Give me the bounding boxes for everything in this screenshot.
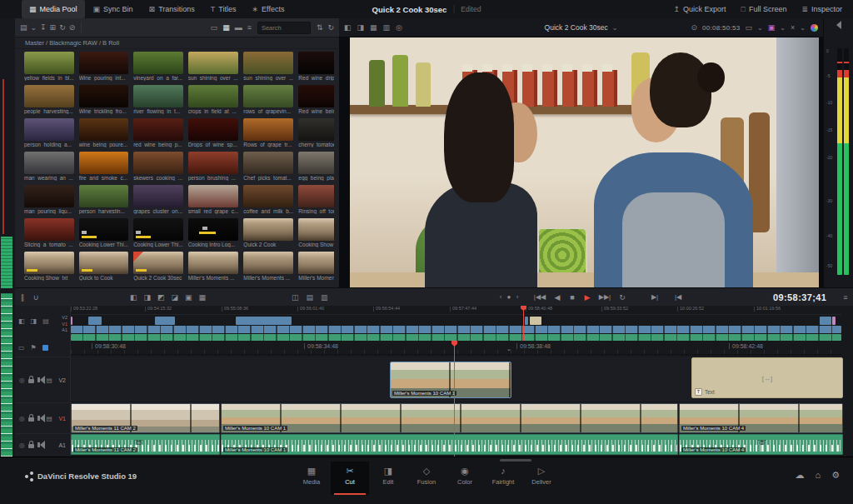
media-clip-thumbnail[interactable] bbox=[298, 185, 334, 207]
viewer-mode-icon[interactable]: ◧ bbox=[344, 23, 352, 32]
toolbar-icon[interactable]: ↧ bbox=[40, 24, 47, 32]
media-clip[interactable]: wine_being_poure... bbox=[79, 118, 129, 147]
media-clip-thumbnail[interactable] bbox=[133, 52, 183, 74]
media-clip[interactable]: grapes_cluster_on... bbox=[133, 185, 183, 214]
track-header-v1[interactable]: ◎ ▤ V1 bbox=[15, 402, 70, 433]
toolbar-icon[interactable]: ↻ bbox=[327, 24, 334, 32]
media-clip[interactable]: fire_and_smoke_c... bbox=[79, 152, 129, 181]
smooth-cut-marker[interactable]: [↔] bbox=[134, 440, 143, 445]
media-clip-thumbnail[interactable] bbox=[298, 118, 334, 141]
media-clip-thumbnail[interactable] bbox=[79, 185, 129, 207]
timeline-clip-v1[interactable]: Miller's Moments 10 CAM 4 bbox=[679, 403, 843, 433]
zoom-option-icon[interactable]: ◫ bbox=[292, 288, 299, 307]
media-clip-thumbnail[interactable] bbox=[24, 218, 74, 241]
timeline-title-clip[interactable]: [↔] T Text bbox=[691, 357, 843, 398]
media-clip-thumbnail[interactable] bbox=[24, 185, 74, 207]
media-clip-thumbnail[interactable] bbox=[188, 252, 239, 274]
lock-icon[interactable] bbox=[28, 444, 34, 448]
timeline-audio-clip[interactable]: Miller's Moments 10 CAM 1 bbox=[221, 434, 678, 455]
color-wheel-icon[interactable] bbox=[811, 24, 818, 32]
media-clip[interactable]: sun_shining_over_... bbox=[243, 52, 293, 81]
monitor-icon[interactable]: ▭ bbox=[18, 344, 25, 352]
media-clip[interactable]: person_holding_a... bbox=[24, 118, 74, 147]
action-tab[interactable]: □ Full Screen bbox=[733, 0, 794, 18]
media-clip[interactable]: Rows_of_grape_tr... bbox=[243, 118, 293, 147]
media-clip[interactable]: Wine_pouring_int... bbox=[79, 52, 129, 81]
zoom-option-icon[interactable]: ▥ bbox=[321, 288, 328, 307]
edit-tool-icon[interactable]: ◪ bbox=[172, 288, 179, 307]
media-clip-thumbnail[interactable] bbox=[243, 185, 293, 207]
chevron-down-icon[interactable]: ⌄ bbox=[780, 24, 786, 32]
media-clip-thumbnail[interactable] bbox=[188, 152, 239, 174]
media-clip-thumbnail[interactable] bbox=[298, 85, 334, 107]
track-height-icon[interactable]: ◧ bbox=[18, 317, 25, 325]
media-clip[interactable]: Chef_picks_tomat... bbox=[243, 152, 293, 181]
lock-icon[interactable] bbox=[28, 417, 34, 422]
media-clip[interactable]: skewers_cooking_... bbox=[133, 152, 183, 181]
media-clip-thumbnail[interactable] bbox=[79, 52, 129, 74]
stop-button[interactable]: ■ bbox=[566, 288, 578, 307]
media-clip[interactable]: egg_being_placed... bbox=[298, 152, 334, 181]
media-clip-thumbnail[interactable] bbox=[24, 118, 74, 141]
timeline-audio-clip[interactable]: Miller's Moments 11 CAM 2 bbox=[71, 434, 220, 455]
view-mode-icon[interactable]: ▦ bbox=[222, 24, 230, 32]
edit-tool-icon[interactable]: ◩ bbox=[157, 288, 165, 307]
snapping-icon[interactable]: ∪ bbox=[30, 288, 42, 307]
media-clip-thumbnail[interactable] bbox=[243, 85, 293, 107]
timeline-playhead[interactable] bbox=[454, 341, 455, 457]
media-clip-thumbnail[interactable] bbox=[133, 185, 183, 207]
multicam-icon[interactable]: ▣ bbox=[768, 23, 776, 32]
media-clip[interactable]: Cooking Show bbox=[298, 218, 334, 247]
media-clip[interactable]: Miller's Moments ... bbox=[298, 252, 334, 281]
mini-timeline-playhead[interactable] bbox=[523, 306, 524, 341]
play-in-icon[interactable]: ▶| bbox=[648, 288, 661, 307]
media-clip[interactable]: person_harvestin... bbox=[79, 185, 129, 214]
track-options-icon[interactable]: ◨ bbox=[31, 317, 37, 325]
toolbar-icon[interactable]: ▤ bbox=[20, 24, 27, 32]
media-clip-thumbnail[interactable] bbox=[243, 52, 293, 74]
zoom-option-icon[interactable]: ▤ bbox=[307, 288, 314, 307]
view-mode-icon[interactable]: ▬ bbox=[235, 24, 242, 32]
media-clip-thumbnail[interactable] bbox=[24, 52, 74, 74]
media-clip-thumbnail[interactable] bbox=[24, 85, 74, 107]
media-clip-thumbnail[interactable] bbox=[188, 185, 239, 207]
track-lane-v2[interactable]: Miller's Moments 10 CAM 1 [↔] T Text bbox=[71, 357, 841, 402]
media-clip-thumbnail[interactable] bbox=[243, 118, 293, 141]
page-tab[interactable]: ◨ Edit bbox=[369, 462, 407, 495]
media-clip[interactable]: people_harvesting... bbox=[24, 85, 74, 114]
media-clip[interactable]: sun_shining_over_... bbox=[188, 52, 239, 81]
panel-tab[interactable]: T Titles bbox=[203, 0, 244, 18]
page-tab[interactable]: ♪ Fairlight bbox=[484, 462, 522, 495]
view-mode-icon[interactable]: ≡ bbox=[247, 24, 252, 32]
media-clip-thumbnail[interactable] bbox=[79, 252, 129, 274]
media-clip[interactable]: small_red_grape_c... bbox=[188, 185, 239, 214]
media-clip[interactable]: Slicing_a_tomato_... bbox=[24, 218, 74, 247]
marker-color-swatch[interactable] bbox=[42, 345, 48, 351]
page-tab[interactable]: ◉ Color bbox=[446, 462, 484, 495]
media-clip[interactable]: Cooking Lower Thi... bbox=[79, 218, 129, 247]
smooth-cut-marker[interactable]: [↔] bbox=[757, 440, 766, 445]
play-out-icon[interactable]: |◀ bbox=[671, 288, 685, 307]
view-mode-icon[interactable]: ▭ bbox=[211, 24, 218, 32]
media-clip[interactable]: man_wearing_an_... bbox=[24, 152, 74, 181]
media-clip[interactable]: rows_of_grapevin... bbox=[243, 85, 293, 114]
media-clip[interactable]: Cooking Intro Log... bbox=[188, 218, 239, 247]
system-icon[interactable]: ⚙ bbox=[831, 470, 840, 481]
panel-tab[interactable]: ⊠ Transitions bbox=[142, 0, 202, 18]
auto-select-icon[interactable]: ◎ bbox=[19, 442, 25, 449]
media-clip-thumbnail[interactable] bbox=[188, 85, 239, 107]
toolbar-icon[interactable]: ⌄ bbox=[31, 24, 37, 32]
media-clip[interactable]: Cooking Lower Thi... bbox=[133, 218, 183, 247]
mini-timeline-v2[interactable] bbox=[71, 317, 841, 325]
viewer-clip-selector[interactable]: Quick 2 Cook 30sec ⌄ bbox=[545, 23, 618, 32]
media-clip-thumbnail[interactable] bbox=[79, 118, 129, 141]
action-tab[interactable]: ↥ Quick Export bbox=[666, 0, 733, 18]
breadcrumb[interactable]: Master / Blackmagic RAW / B Roll bbox=[15, 37, 339, 49]
media-clip-thumbnail[interactable] bbox=[298, 52, 334, 74]
flag-marker-icon[interactable]: ⚑ bbox=[31, 344, 37, 352]
media-clip-thumbnail[interactable] bbox=[133, 252, 183, 274]
media-clip[interactable]: man_pouring_liqu... bbox=[24, 185, 74, 214]
viewer-mode-icon[interactable]: ◨ bbox=[357, 23, 365, 32]
track-list-icon[interactable]: ▤ bbox=[42, 317, 49, 325]
go-to-first-frame-button[interactable]: |◀◀ bbox=[531, 288, 548, 307]
